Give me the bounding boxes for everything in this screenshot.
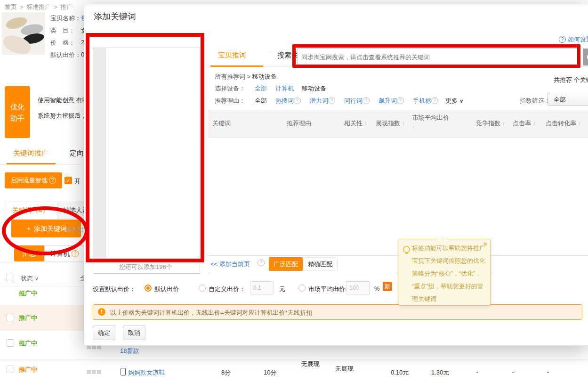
reason-option-peer[interactable]: 同行词? [344, 97, 370, 105]
tab-keyword-promo[interactable]: 关键词推广 [13, 149, 48, 158]
cell-impressions: 无展现 [335, 365, 354, 373]
chevron-down-icon: ∨ [35, 276, 39, 281]
sort-asc-icon: ↑ [412, 124, 451, 131]
breadcrumb-promo[interactable]: 推广 [61, 3, 73, 10]
chevron-down-icon: ∨ [459, 98, 464, 104]
recommend-path-all[interactable]: 所有推荐词 > [215, 73, 250, 80]
breadcrumb: 首页 ＞ 标准推广 ＞ 推广 [5, 3, 73, 11]
select-all-checkbox[interactable] [7, 274, 14, 281]
cell-dash: - [547, 368, 549, 375]
default-bid-radio[interactable] [145, 285, 152, 292]
col-ctr-label: 点击率 [513, 120, 531, 127]
index-filter-dropdown[interactable]: 全部 [548, 93, 588, 106]
divider [0, 286, 84, 286]
drag-handle-icon[interactable] [87, 367, 102, 376]
tooltip-arrow [439, 236, 446, 239]
tab-targeting[interactable]: 定向 [70, 149, 84, 158]
optimize-helper-desc1: 使用智能创意 有助 [38, 96, 89, 105]
reason-option-all[interactable]: 全部 [255, 97, 267, 105]
product-name-label: 宝贝名称： [50, 14, 81, 23]
help-icon[interactable]: ? [258, 259, 265, 266]
divider [0, 164, 84, 165]
cancel-label: 取消 [128, 329, 140, 336]
recommend-path: 所有推荐词 > 移动设备 [215, 73, 277, 81]
breadcrumb-sep-icon: ＞ [53, 3, 59, 10]
help-icon: ? [559, 36, 566, 43]
reason-option-potential[interactable]: 潜力词? [310, 97, 335, 105]
reason-option-rising-label: 飙升词 [379, 97, 397, 104]
broad-match-button[interactable]: 广泛匹配 [269, 257, 303, 271]
recommend-path-current: 移动设备 [252, 73, 277, 80]
exact-match-label: 精确匹配 [308, 261, 332, 268]
more-label: 更多 [445, 97, 458, 104]
cell-score-mobile: 10分 [264, 368, 276, 377]
breadcrumb-standard-promo[interactable]: 标准推广 [26, 3, 51, 10]
keyword-link[interactable]: 妈妈款女凉鞋 [128, 368, 165, 377]
percent-sign: % [374, 285, 380, 292]
custom-bid-input[interactable] [250, 281, 274, 294]
table-footer-bar [208, 255, 588, 273]
col-impressions[interactable]: 展现指数 ↑ [376, 119, 405, 128]
row-checkbox[interactable] [7, 314, 14, 321]
status-column-header[interactable]: 状态 ∨ [21, 274, 39, 283]
device-option-mobile[interactable]: 移动设备 [302, 84, 326, 93]
cell-market-price: 1.30元 [431, 368, 449, 377]
col-competition[interactable]: 竞争指数 ↑ [476, 119, 505, 128]
reason-option-peer-label: 同行词 [344, 97, 362, 104]
custom-bid-label: 自定义出价： [209, 285, 245, 293]
bid-setting-label: 设置默认出价： [93, 285, 136, 293]
reason-option-mobile-tag-label: 手机标 [413, 97, 431, 104]
add-current-page-link[interactable]: << 添加当前页 [210, 260, 250, 269]
row-checkbox[interactable] [7, 366, 14, 373]
col-relevance[interactable]: 相关性 ↑ [344, 119, 367, 128]
product-category-label: 类 目： [50, 26, 75, 35]
col-keyword: 关键词 [212, 119, 231, 128]
how-to-set-keywords-link[interactable]: ? 如何设置关键词 [559, 35, 588, 44]
exact-match-button[interactable]: 精确匹配 [303, 257, 338, 271]
device-option-all[interactable]: 全部 [255, 84, 267, 93]
status-header-label: 状态 [21, 275, 33, 282]
percent-input[interactable] [346, 281, 370, 294]
double-left-arrow-icon: << [210, 261, 217, 268]
col-ctr[interactable]: 点击率 ↑ [513, 119, 536, 128]
row-checkbox[interactable] [7, 339, 14, 347]
col-market-price[interactable]: 市场平均出价 ↑ [412, 114, 451, 131]
cell-bid: 0.10元 [391, 368, 409, 377]
tab-recommend-words[interactable]: 宝贝推词 [218, 51, 246, 60]
market-price-label: 市场平均出价 [308, 285, 345, 293]
enable-smart-select-label: 启用流量智选 [11, 177, 48, 184]
index-filter-value: 全部 [554, 96, 566, 103]
breadcrumb-sep-icon: ＞ [19, 3, 25, 10]
divider [0, 359, 588, 359]
sort-asc-icon: ↑ [502, 120, 506, 127]
reason-option-rising[interactable]: 飙升词? [379, 97, 404, 105]
col-relevance-label: 相关性 [344, 120, 362, 127]
col-reason: 推荐理由 [287, 119, 311, 128]
optimize-helper-line2: 助手 [5, 113, 30, 124]
device-option-computer[interactable]: 计算机 [275, 84, 294, 93]
col-conversion[interactable]: 点击转化率 ↑ [546, 119, 581, 128]
reason-option-mobile-tag[interactable]: 手机标? [413, 97, 438, 105]
cell-dash: - [512, 368, 514, 375]
enable-smart-select-button[interactable]: 启用流量智选 ? [5, 172, 62, 188]
more-button[interactable]: 更多 ∨ [445, 97, 464, 105]
search-button[interactable] [583, 49, 588, 65]
market-price-radio[interactable] [298, 285, 306, 292]
divider [0, 262, 84, 262]
confirm-button[interactable]: 确定 [93, 326, 115, 340]
reason-option-hot[interactable]: 热搜词? [275, 97, 301, 105]
col-market-price-label: 市场平均出价 [412, 114, 449, 121]
how-to-set-keywords-label: 如何设置关键词 [568, 36, 588, 43]
custom-bid-radio[interactable] [199, 285, 206, 292]
breadcrumb-home[interactable]: 首页 [5, 3, 17, 10]
cancel-button[interactable]: 取消 [123, 326, 145, 340]
device-filter-label: 选择设备： [215, 84, 245, 93]
active-tab-underline [210, 65, 263, 67]
smart-select-checkbox[interactable]: ✓ [64, 177, 72, 184]
sort-asc-icon: ↑ [364, 120, 368, 127]
help-icon: ? [328, 97, 335, 104]
yuan-unit: 元 [279, 285, 285, 293]
keyword-link[interactable]: 18新款 [120, 347, 139, 355]
status-row: 推广中 [19, 339, 37, 348]
reason-option-hot-label: 热搜词 [275, 97, 294, 104]
